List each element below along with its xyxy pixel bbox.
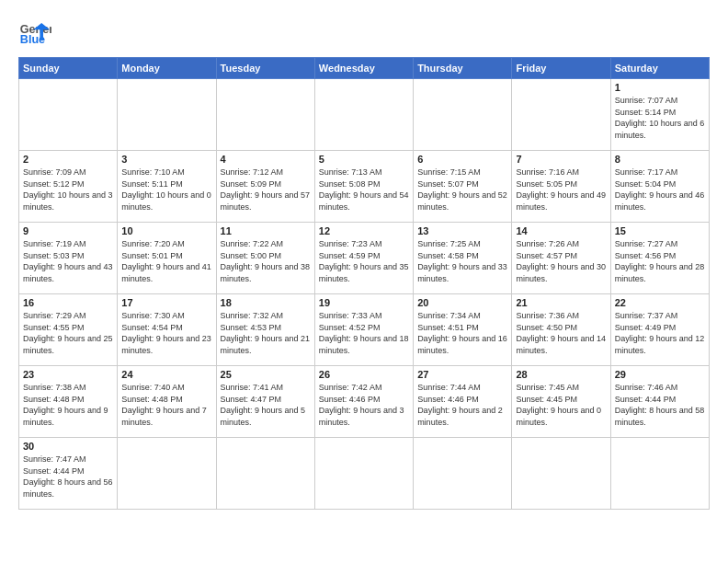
day-info: Sunrise: 7:45 AM Sunset: 4:45 PM Dayligh… bbox=[516, 382, 606, 428]
calendar-cell bbox=[216, 79, 314, 151]
calendar-cell: 10Sunrise: 7:20 AM Sunset: 5:01 PM Dayli… bbox=[118, 223, 216, 294]
calendar-cell: 22Sunrise: 7:37 AM Sunset: 4:49 PM Dayli… bbox=[610, 294, 709, 366]
day-number: 27 bbox=[417, 369, 507, 380]
day-info: Sunrise: 7:07 AM Sunset: 5:14 PM Dayligh… bbox=[615, 95, 705, 141]
calendar-cell: 30Sunrise: 7:47 AM Sunset: 4:44 PM Dayli… bbox=[19, 438, 118, 510]
day-number: 2 bbox=[23, 154, 113, 165]
calendar-cell bbox=[118, 438, 216, 510]
day-info: Sunrise: 7:32 AM Sunset: 4:53 PM Dayligh… bbox=[221, 310, 311, 356]
day-info: Sunrise: 7:36 AM Sunset: 4:50 PM Dayligh… bbox=[516, 310, 606, 356]
day-number: 6 bbox=[417, 154, 507, 165]
calendar-cell: 11Sunrise: 7:22 AM Sunset: 5:00 PM Dayli… bbox=[216, 223, 314, 294]
day-info: Sunrise: 7:10 AM Sunset: 5:11 PM Dayligh… bbox=[121, 167, 211, 213]
day-number: 21 bbox=[516, 297, 606, 308]
logo-icon: General Blue bbox=[18, 15, 51, 48]
calendar-cell: 1Sunrise: 7:07 AM Sunset: 5:14 PM Daylig… bbox=[610, 79, 709, 151]
day-info: Sunrise: 7:44 AM Sunset: 4:46 PM Dayligh… bbox=[417, 382, 507, 428]
day-info: Sunrise: 7:13 AM Sunset: 5:08 PM Dayligh… bbox=[319, 167, 409, 213]
day-info: Sunrise: 7:16 AM Sunset: 5:05 PM Dayligh… bbox=[516, 167, 606, 213]
calendar-cell: 23Sunrise: 7:38 AM Sunset: 4:48 PM Dayli… bbox=[19, 366, 118, 438]
day-info: Sunrise: 7:42 AM Sunset: 4:46 PM Dayligh… bbox=[319, 382, 409, 428]
day-info: Sunrise: 7:15 AM Sunset: 5:07 PM Dayligh… bbox=[417, 167, 507, 213]
day-info: Sunrise: 7:30 AM Sunset: 4:54 PM Dayligh… bbox=[121, 310, 211, 356]
calendar-cell: 27Sunrise: 7:44 AM Sunset: 4:46 PM Dayli… bbox=[414, 366, 512, 438]
day-info: Sunrise: 7:37 AM Sunset: 4:49 PM Dayligh… bbox=[615, 310, 705, 356]
calendar-cell: 4Sunrise: 7:12 AM Sunset: 5:09 PM Daylig… bbox=[216, 151, 314, 223]
calendar-header-sunday: Sunday bbox=[19, 58, 118, 79]
day-number: 17 bbox=[121, 297, 211, 308]
calendar-cell: 6Sunrise: 7:15 AM Sunset: 5:07 PM Daylig… bbox=[414, 151, 512, 223]
day-info: Sunrise: 7:41 AM Sunset: 4:47 PM Dayligh… bbox=[221, 382, 311, 428]
calendar-cell: 8Sunrise: 7:17 AM Sunset: 5:04 PM Daylig… bbox=[610, 151, 709, 223]
calendar-week-row: 23Sunrise: 7:38 AM Sunset: 4:48 PM Dayli… bbox=[19, 366, 710, 438]
day-info: Sunrise: 7:25 AM Sunset: 4:58 PM Dayligh… bbox=[417, 238, 507, 284]
calendar-cell bbox=[414, 438, 512, 510]
calendar-header-tuesday: Tuesday bbox=[216, 58, 314, 79]
day-info: Sunrise: 7:47 AM Sunset: 4:44 PM Dayligh… bbox=[23, 454, 113, 500]
day-number: 25 bbox=[221, 369, 311, 380]
day-info: Sunrise: 7:26 AM Sunset: 4:57 PM Dayligh… bbox=[516, 238, 606, 284]
day-info: Sunrise: 7:23 AM Sunset: 4:59 PM Dayligh… bbox=[319, 238, 409, 284]
calendar-week-row: 1Sunrise: 7:07 AM Sunset: 5:14 PM Daylig… bbox=[19, 79, 710, 151]
day-info: Sunrise: 7:34 AM Sunset: 4:51 PM Dayligh… bbox=[417, 310, 507, 356]
day-number: 19 bbox=[319, 297, 409, 308]
day-info: Sunrise: 7:27 AM Sunset: 4:56 PM Dayligh… bbox=[615, 238, 705, 284]
calendar-cell: 20Sunrise: 7:34 AM Sunset: 4:51 PM Dayli… bbox=[414, 294, 512, 366]
calendar-cell bbox=[314, 438, 413, 510]
day-info: Sunrise: 7:22 AM Sunset: 5:00 PM Dayligh… bbox=[221, 238, 311, 284]
day-number: 30 bbox=[23, 441, 113, 452]
calendar-cell: 5Sunrise: 7:13 AM Sunset: 5:08 PM Daylig… bbox=[314, 151, 413, 223]
day-number: 9 bbox=[23, 225, 113, 236]
calendar-week-row: 9Sunrise: 7:19 AM Sunset: 5:03 PM Daylig… bbox=[19, 223, 710, 294]
day-number: 8 bbox=[615, 154, 705, 165]
day-number: 12 bbox=[319, 225, 409, 236]
logo: General Blue bbox=[18, 15, 51, 48]
calendar-cell: 2Sunrise: 7:09 AM Sunset: 5:12 PM Daylig… bbox=[19, 151, 118, 223]
day-info: Sunrise: 7:38 AM Sunset: 4:48 PM Dayligh… bbox=[23, 382, 113, 428]
calendar-cell: 25Sunrise: 7:41 AM Sunset: 4:47 PM Dayli… bbox=[216, 366, 314, 438]
calendar-cell bbox=[19, 79, 118, 151]
calendar-week-row: 16Sunrise: 7:29 AM Sunset: 4:55 PM Dayli… bbox=[19, 294, 710, 366]
day-info: Sunrise: 7:46 AM Sunset: 4:44 PM Dayligh… bbox=[615, 382, 705, 428]
day-info: Sunrise: 7:20 AM Sunset: 5:01 PM Dayligh… bbox=[121, 238, 211, 284]
calendar-cell: 12Sunrise: 7:23 AM Sunset: 4:59 PM Dayli… bbox=[314, 223, 413, 294]
day-number: 10 bbox=[121, 225, 211, 236]
day-number: 23 bbox=[23, 369, 113, 380]
day-info: Sunrise: 7:12 AM Sunset: 5:09 PM Dayligh… bbox=[221, 167, 311, 213]
day-info: Sunrise: 7:09 AM Sunset: 5:12 PM Dayligh… bbox=[23, 167, 113, 213]
calendar-cell bbox=[512, 79, 610, 151]
day-number: 16 bbox=[23, 297, 113, 308]
day-number: 29 bbox=[615, 369, 705, 380]
calendar-cell: 7Sunrise: 7:16 AM Sunset: 5:05 PM Daylig… bbox=[512, 151, 610, 223]
calendar-cell: 17Sunrise: 7:30 AM Sunset: 4:54 PM Dayli… bbox=[118, 294, 216, 366]
day-number: 11 bbox=[221, 225, 311, 236]
day-info: Sunrise: 7:29 AM Sunset: 4:55 PM Dayligh… bbox=[23, 310, 113, 356]
day-number: 20 bbox=[417, 297, 507, 308]
calendar-cell: 24Sunrise: 7:40 AM Sunset: 4:48 PM Dayli… bbox=[118, 366, 216, 438]
day-number: 1 bbox=[615, 82, 705, 93]
calendar-cell: 28Sunrise: 7:45 AM Sunset: 4:45 PM Dayli… bbox=[512, 366, 610, 438]
day-info: Sunrise: 7:40 AM Sunset: 4:48 PM Dayligh… bbox=[121, 382, 211, 428]
calendar-cell bbox=[414, 79, 512, 151]
calendar-cell: 16Sunrise: 7:29 AM Sunset: 4:55 PM Dayli… bbox=[19, 294, 118, 366]
calendar-cell: 18Sunrise: 7:32 AM Sunset: 4:53 PM Dayli… bbox=[216, 294, 314, 366]
calendar-header-saturday: Saturday bbox=[610, 58, 709, 79]
calendar-cell: 26Sunrise: 7:42 AM Sunset: 4:46 PM Dayli… bbox=[314, 366, 413, 438]
day-number: 22 bbox=[615, 297, 705, 308]
calendar-cell bbox=[512, 438, 610, 510]
calendar-cell: 3Sunrise: 7:10 AM Sunset: 5:11 PM Daylig… bbox=[118, 151, 216, 223]
day-info: Sunrise: 7:33 AM Sunset: 4:52 PM Dayligh… bbox=[319, 310, 409, 356]
day-number: 24 bbox=[121, 369, 211, 380]
calendar-page: General Blue SundayMondayTuesdayWednesda… bbox=[0, 0, 728, 563]
calendar-cell: 9Sunrise: 7:19 AM Sunset: 5:03 PM Daylig… bbox=[19, 223, 118, 294]
day-number: 26 bbox=[319, 369, 409, 380]
calendar-week-row: 2Sunrise: 7:09 AM Sunset: 5:12 PM Daylig… bbox=[19, 151, 710, 223]
calendar-cell: 19Sunrise: 7:33 AM Sunset: 4:52 PM Dayli… bbox=[314, 294, 413, 366]
calendar-cell bbox=[610, 438, 709, 510]
day-number: 14 bbox=[516, 225, 606, 236]
day-info: Sunrise: 7:17 AM Sunset: 5:04 PM Dayligh… bbox=[615, 167, 705, 213]
day-number: 15 bbox=[615, 225, 705, 236]
calendar-cell: 13Sunrise: 7:25 AM Sunset: 4:58 PM Dayli… bbox=[414, 223, 512, 294]
day-number: 28 bbox=[516, 369, 606, 380]
day-number: 4 bbox=[221, 154, 311, 165]
